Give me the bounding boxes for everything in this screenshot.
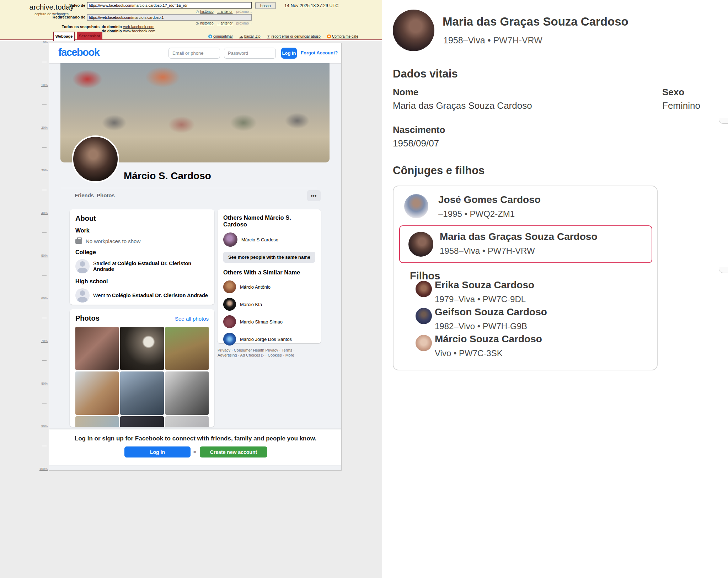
child-meta: Vivo • PW7C-3SK [435, 348, 503, 358]
facebook-header: facebook Log In Forgot Account? [49, 43, 341, 63]
see-more-button[interactable]: See more people with the same name [223, 252, 315, 263]
avatar [223, 298, 236, 311]
snapshots-domain-row-1: do domínioweb.facebook.com [102, 25, 154, 29]
history-link[interactable]: histórico [200, 21, 213, 25]
highschool-row[interactable]: Went toColégio Estadual Dr. Cleriston An… [75, 288, 209, 303]
share-link[interactable]: compartilhar [208, 34, 233, 38]
saved-url-input[interactable] [87, 2, 252, 9]
person-lifespan: 1958–Viva [443, 35, 485, 45]
vitals-title: Dados vitais [393, 68, 458, 80]
person-portrait[interactable] [393, 10, 434, 51]
ruler-label[interactable]: 90% [32, 424, 48, 428]
create-account-button[interactable]: Create new account [200, 446, 267, 457]
ruler-label[interactable]: 0% [32, 41, 48, 44]
facebook-footer-links[interactable]: Privacy · Consumer Health Privacy · Term… [218, 348, 314, 358]
photo-thumbnail[interactable] [120, 327, 164, 370]
more-options-button[interactable]: ••• [307, 190, 321, 201]
prev-link[interactable]: ←anterior [217, 21, 233, 25]
college-row[interactable]: Studied atColégio Estadual Dr. Cleriston… [75, 259, 209, 273]
work-empty-text: No workplaces to show [86, 238, 140, 244]
see-all-photos-link[interactable]: See all photos [175, 316, 209, 322]
banner-login-button[interactable]: Log In [124, 446, 191, 457]
similar-person-row[interactable]: Márcio Kta [223, 298, 315, 311]
child-meta: 1982–Vivo • PW7H-G9B [435, 321, 527, 331]
child-name[interactable]: Erika Souza Cardoso [435, 279, 534, 291]
history-link[interactable]: histórico [200, 10, 213, 14]
banner-message: Log in or sign up for Facebook to connec… [49, 435, 342, 442]
ruler-label[interactable]: 100% [32, 467, 48, 471]
similar-person-row[interactable]: Márcio Jorge Dos Santos [223, 333, 315, 346]
tab-photos[interactable]: Photos [97, 192, 115, 198]
person-name: Maria das Graças Souza Cardoso [443, 15, 628, 28]
domain-link-web[interactable]: web.facebook.com [123, 25, 155, 29]
ruler-tick [42, 232, 47, 233]
facebook-logo[interactable]: facebook [58, 47, 99, 58]
login-button[interactable]: Log In [281, 48, 297, 59]
redirect-url-input[interactable] [87, 14, 252, 21]
ruler-tick [42, 275, 47, 275]
highschool-name: Colégio Estadual Dr. Cleriston Andrade [112, 293, 208, 298]
ruler-label[interactable]: 10% [32, 83, 48, 87]
birth-label: Nascimento [393, 124, 445, 135]
person-name: Márcio S Cardoso [241, 237, 278, 242]
ruler-tick [42, 62, 47, 62]
photo-thumbnail[interactable] [120, 371, 164, 415]
ruler-label[interactable]: 80% [32, 382, 48, 385]
ruler-label[interactable]: 30% [32, 168, 48, 172]
about-title: About [75, 214, 209, 223]
profile-picture[interactable] [72, 135, 119, 183]
tab-screenshot[interactable]: Screenshot [77, 32, 102, 40]
photo-thumbnail[interactable] [75, 416, 119, 427]
photo-thumbnail[interactable] [165, 371, 209, 415]
ruler-label[interactable]: 40% [32, 211, 48, 215]
ruler-tick [42, 403, 47, 403]
spouse-portrait[interactable] [404, 194, 428, 218]
domain-label: do domínio [102, 25, 122, 29]
tab-webpage[interactable]: Webpage [53, 32, 75, 41]
ruler-label[interactable]: 60% [32, 296, 48, 300]
spouse-meta: –1995 • PWQ2-ZM1 [438, 209, 515, 219]
spouse-name[interactable]: José Gomes Cardoso [438, 194, 541, 205]
same-name-person-row[interactable]: Márcio S Cardoso [223, 232, 315, 247]
password-field[interactable] [224, 48, 276, 59]
work-label: Work [75, 228, 209, 234]
ruler-tick [42, 360, 47, 361]
archive-toolbar: compartilhar ☁baixar .zip ☀report errar … [208, 34, 358, 39]
ruler-label[interactable]: 50% [32, 254, 48, 257]
search-button[interactable]: busca [255, 2, 276, 9]
child-portrait[interactable] [416, 335, 432, 351]
person-meta: 1958–Viva • PW7H-VRW [443, 35, 542, 46]
similar-person-row[interactable]: Márcio Antônio [223, 280, 315, 293]
child-portrait[interactable] [416, 308, 432, 324]
photo-thumbnail[interactable] [165, 416, 209, 427]
domain-link-www[interactable]: www.facebook.com [123, 29, 155, 33]
tab-friends[interactable]: Friends [75, 192, 94, 198]
buy-coffee-link[interactable]: Compra me café [327, 34, 358, 38]
next-link: próximo→ [236, 21, 252, 25]
login-banner: Log in or sign up for Facebook to connec… [49, 429, 342, 465]
ruler-tick [42, 446, 47, 446]
photo-thumbnail[interactable] [75, 327, 119, 370]
offscreen-card-corner [719, 118, 728, 124]
email-field[interactable] [168, 48, 220, 59]
similar-person-row[interactable]: Marcio Simao Simao [223, 315, 315, 328]
ruler-label[interactable]: 20% [32, 126, 48, 129]
all-snapshots-label: Todos os snapshots [43, 25, 100, 29]
clock-icon: ◷ [196, 21, 199, 25]
avatar [223, 232, 237, 247]
prev-link[interactable]: ←anterior [217, 10, 233, 14]
selected-name: Maria das Graças Souza Cardoso [440, 231, 598, 242]
photo-thumbnail[interactable] [165, 327, 209, 370]
download-zip-link[interactable]: ☁baixar .zip [239, 34, 261, 39]
forgot-account-link[interactable]: Forgot Account? [301, 50, 338, 55]
report-abuse-link[interactable]: ☀report errar or denunciar abuso [267, 34, 321, 39]
photo-thumbnail[interactable] [120, 416, 164, 427]
child-name[interactable]: Márcio Souza Cardoso [435, 333, 542, 345]
selected-person-box[interactable]: Maria das Graças Souza Cardoso 1958–Viva… [399, 225, 652, 263]
saved-from-label: Salvo de [36, 3, 85, 7]
child-portrait[interactable] [416, 281, 432, 297]
photo-thumbnail[interactable] [75, 371, 119, 415]
child-name[interactable]: Geifson Souza Cardoso [435, 306, 547, 318]
ruler-tick [42, 147, 47, 148]
ruler-label[interactable]: 70% [32, 339, 48, 343]
